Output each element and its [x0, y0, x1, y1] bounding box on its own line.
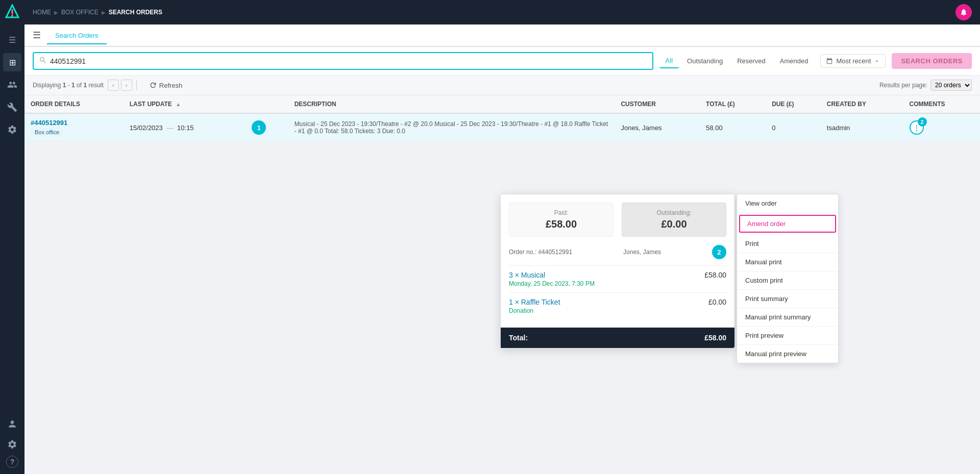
tab-bar: ☰ Search Orders	[24, 24, 980, 47]
description-cell: Musical - 25 Dec 2023 - 19:30/Theatre - …	[288, 113, 615, 142]
popup-item-2-title: 1 × Raffle Ticket	[509, 298, 560, 306]
sidebar-person-icon[interactable]	[3, 415, 21, 433]
order-no-value: #440512991	[538, 248, 572, 256]
refresh-label: Refresh	[159, 82, 183, 89]
menu-manual-print-summary[interactable]: Manual print summary	[737, 308, 838, 327]
popup-item-1-info: 3 × Musical Monday, 25 Dec 2023, 7:30 PM	[509, 271, 595, 287]
customer-cell: Jones, James	[615, 113, 700, 142]
sidebar-tools-icon[interactable]	[3, 98, 21, 116]
search-input-wrap[interactable]	[33, 52, 653, 70]
filter-outstanding[interactable]: Outstanding	[681, 54, 729, 68]
menu-custom-print[interactable]: Custom print	[737, 271, 838, 290]
topbar-right	[955, 4, 972, 20]
col-last-update: LAST UPDATE ▲	[124, 95, 246, 113]
breadcrumb-home[interactable]: HOME	[33, 9, 51, 16]
main-content: HOME ▶ BOX OFFICE ▶ SEARCH ORDERS ☰ Sear…	[24, 0, 980, 474]
results-bar: Displaying 1 - 1 of 1 result ‹ › Refresh…	[24, 76, 980, 95]
sidebar-people-icon[interactable]	[3, 76, 21, 94]
refresh-button[interactable]: Refresh	[149, 81, 183, 89]
sidebar-menu-icon[interactable]: ☰	[3, 31, 21, 49]
sort-arrow: ▲	[176, 102, 181, 107]
menu-print-preview[interactable]: Print preview	[737, 327, 838, 345]
sidebar-help-icon[interactable]: ?	[6, 456, 18, 468]
breadcrumb-sep-2: ▶	[102, 10, 106, 15]
update-time: 10:15	[177, 124, 194, 132]
popup-total: Total: £58.00	[501, 328, 734, 348]
table-row[interactable]: #440512991 Box office 15/02/2023 — 10:15…	[24, 113, 980, 142]
col-blank	[246, 95, 288, 113]
prev-arrow[interactable]: ‹	[108, 80, 119, 91]
update-sep: —	[166, 124, 173, 132]
popup-total-label: Total:	[509, 334, 528, 342]
context-menu: View order Amend order Print Manual prin…	[737, 194, 839, 363]
menu-manual-print[interactable]: Manual print	[737, 253, 838, 271]
step1-cell: 1	[246, 113, 288, 142]
last-update-cell: 15/02/2023 — 10:15	[124, 113, 246, 142]
popup-item-2-price: £0.00	[708, 298, 726, 306]
order-id[interactable]: #440512991	[31, 119, 117, 127]
paid-amount: £58.00	[516, 218, 607, 230]
order-details-cell: #440512991 Box office	[24, 113, 124, 142]
filter-all[interactable]: All	[659, 54, 679, 68]
filter-reserved[interactable]: Reserved	[731, 54, 772, 68]
breadcrumb-sep-1: ▶	[54, 10, 58, 15]
popup-body: Order no.: #440512991 Jones, James 2 3 ×…	[501, 245, 734, 328]
sidebar: ☰ ⊞ ?	[0, 0, 24, 474]
topbar: HOME ▶ BOX OFFICE ▶ SEARCH ORDERS	[24, 0, 980, 24]
result-count: 1	[83, 82, 87, 89]
menu-view-order[interactable]: View order	[737, 194, 838, 213]
menu-print-summary[interactable]: Print summary	[737, 290, 838, 308]
order-badge: Box office	[31, 128, 63, 136]
popup-paid: Paid: £58.00	[509, 203, 614, 237]
popup-item-1: 3 × Musical Monday, 25 Dec 2023, 7:30 PM…	[509, 265, 726, 292]
svg-point-2	[11, 15, 13, 17]
per-page-label: Results per page:	[879, 82, 927, 89]
sidebar-settings-icon[interactable]	[3, 120, 21, 139]
date-filter[interactable]: Most recent	[820, 54, 886, 68]
breadcrumb-box-office[interactable]: BOX OFFICE	[61, 9, 99, 16]
filter-amended[interactable]: Amended	[774, 54, 815, 68]
sidebar-gear-icon[interactable]	[3, 435, 21, 454]
displaying-text: Displaying 1 - 1 of 1 result	[33, 82, 104, 89]
search-input[interactable]	[50, 57, 647, 65]
col-description: DESCRIPTION	[288, 95, 615, 113]
menu-print[interactable]: Print	[737, 235, 838, 253]
col-due: DUE (£)	[766, 95, 821, 113]
outstanding-label: Outstanding:	[628, 209, 720, 216]
range-from: 1	[63, 82, 66, 89]
popup-item-1-price: £58.00	[704, 271, 726, 279]
popup-step2[interactable]: 2	[712, 245, 726, 259]
breadcrumb: HOME ▶ BOX OFFICE ▶ SEARCH ORDERS	[33, 9, 162, 16]
order-popup: Paid: £58.00 Outstanding: £0.00 Order no…	[500, 194, 735, 348]
menu-amend-order[interactable]: Amend order	[739, 215, 836, 233]
hamburger-icon[interactable]: ☰	[33, 30, 41, 41]
popup-outstanding: Outstanding: £0.00	[622, 203, 726, 237]
comments-cell: ⋮ 2	[903, 113, 980, 142]
filter-tabs: All Outstanding Reserved Amended	[659, 54, 815, 68]
step1-button[interactable]: 1	[252, 120, 266, 135]
search-icon	[39, 56, 47, 66]
col-comments: COMMENTS	[903, 95, 980, 113]
step2-badge: 2	[918, 117, 927, 127]
order-no-label: Order no.: #440512991	[509, 248, 572, 256]
search-button[interactable]: SEARCH ORDERS	[892, 53, 972, 69]
tab-search-orders[interactable]: Search Orders	[47, 28, 107, 44]
outstanding-amount: £0.00	[628, 218, 720, 230]
search-bar: All Outstanding Reserved Amended Most re…	[24, 47, 980, 76]
orders-table: ORDER DETAILS LAST UPDATE ▲ DESCRIPTION …	[24, 95, 980, 142]
next-arrow[interactable]: ›	[121, 80, 132, 91]
menu-manual-print-preview[interactable]: Manual print preview	[737, 345, 838, 363]
popup-item-1-date: Monday, 25 Dec 2023, 7:30 PM	[509, 280, 595, 287]
popup-header: Paid: £58.00 Outstanding: £0.00	[501, 194, 734, 245]
range-to: 1	[71, 82, 75, 89]
popup-customer: Jones, James	[623, 248, 661, 256]
update-date: 15/02/2023	[130, 124, 163, 132]
app-logo[interactable]	[4, 4, 20, 20]
popup-item-1-title: 3 × Musical	[509, 271, 595, 279]
sidebar-grid-icon[interactable]: ⊞	[3, 53, 21, 71]
notification-bell[interactable]	[955, 4, 972, 20]
created-by-cell: tsadmin	[821, 113, 903, 142]
per-page-select[interactable]: 20 orders	[930, 80, 972, 91]
col-created-by: CREATED BY	[821, 95, 903, 113]
breadcrumb-current: SEARCH ORDERS	[109, 9, 162, 16]
